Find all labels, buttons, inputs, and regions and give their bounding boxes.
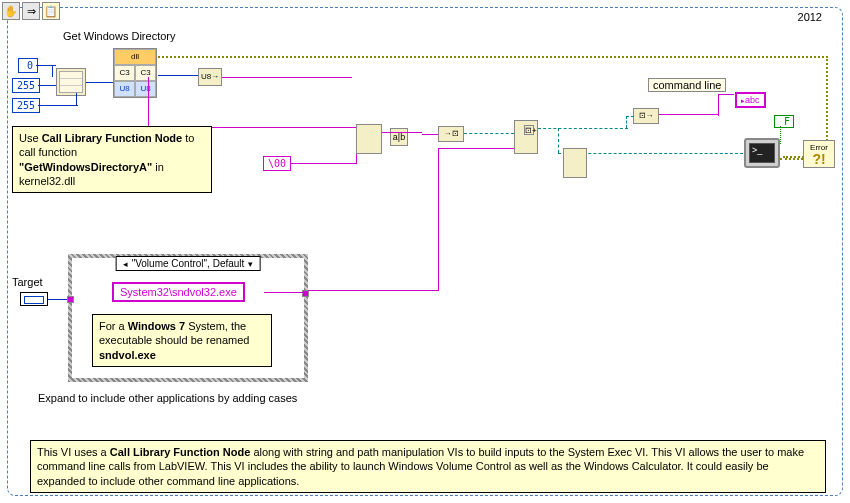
wire-error	[780, 158, 803, 160]
error-out-indicator[interactable]: Error ?!	[803, 140, 835, 168]
wire	[718, 94, 719, 116]
case-prev-icon[interactable]: ◂	[121, 259, 130, 269]
string-to-path-node[interactable]: →⊡	[438, 126, 464, 142]
cln-param: U8	[135, 81, 156, 97]
cln-param: C3	[135, 65, 156, 81]
numeric-constant-zero[interactable]: 0	[18, 58, 38, 73]
wire	[222, 77, 352, 78]
command-line-label: command line	[648, 78, 726, 92]
wire	[308, 290, 438, 291]
cln-header: dll	[114, 49, 156, 65]
wire	[148, 77, 149, 127]
error-glyph-icon: ?!	[812, 152, 825, 166]
arrow-tool-icon[interactable]: ⇒	[22, 2, 40, 20]
wire	[52, 65, 53, 77]
wire	[36, 65, 56, 66]
initialize-array-node[interactable]	[56, 68, 86, 96]
case-selector[interactable]: ◂ "Volume Control", Default ▾	[116, 256, 261, 271]
wire	[38, 85, 56, 86]
wire	[86, 82, 113, 83]
wire-path	[626, 116, 634, 117]
expand-note-label: Expand to include other applications by …	[38, 392, 297, 404]
probe-tool-icon[interactable]: 📋	[42, 2, 60, 20]
note-footer: This VI uses a Call Library Function Nod…	[30, 440, 826, 493]
numeric-constant-255b[interactable]: 255	[12, 98, 40, 113]
wire	[718, 94, 734, 95]
wire	[659, 114, 719, 115]
target-label: Target	[12, 276, 43, 288]
wire-path	[558, 128, 559, 153]
path-to-string-node[interactable]: ⊡→	[633, 108, 659, 124]
case-selector-text: "Volume Control", Default	[132, 258, 245, 269]
indicator-text: abc	[745, 95, 760, 105]
string-constant-null[interactable]: \00	[263, 156, 291, 171]
wire	[76, 93, 77, 105]
wire	[438, 148, 514, 149]
system-exec-node[interactable]	[744, 138, 780, 168]
terminal-icon	[749, 143, 775, 163]
wire	[264, 292, 308, 293]
case-input-tunnel	[67, 296, 74, 303]
labview-version-label: 2012	[798, 11, 822, 23]
numeric-constant-255a[interactable]: 255	[12, 78, 40, 93]
wire	[158, 75, 198, 76]
wire-bool	[780, 126, 781, 144]
command-line-indicator[interactable]: ▸abc	[735, 92, 766, 108]
target-control-terminal[interactable]	[20, 292, 48, 306]
wire-path	[464, 133, 514, 134]
build-path-icon: ⊡+	[524, 125, 534, 135]
wire-path	[538, 128, 628, 129]
wire-error	[158, 56, 828, 58]
wire	[38, 105, 78, 106]
case-next-icon[interactable]: ▾	[246, 259, 255, 269]
note-kernel32: Use Call Library Function Node to call f…	[12, 126, 212, 193]
string-constant-sndvol[interactable]: System32\sndvol32.exe	[112, 282, 245, 302]
tool-palette: ✋ ⇒ 📋	[2, 2, 60, 20]
cln-param: U8	[114, 81, 135, 97]
concat-strings-node[interactable]	[563, 148, 587, 178]
wire	[48, 299, 68, 300]
wire-path	[626, 116, 627, 128]
byte-array-to-string-node[interactable]: U8→	[198, 68, 222, 86]
call-library-function-node[interactable]: dll C3 C3 U8 U8	[113, 48, 157, 98]
wire	[291, 163, 356, 164]
block-diagram-frame: 2012 Get Windows Directory 0 255 255 dll…	[7, 7, 843, 496]
wire	[382, 132, 422, 133]
hand-tool-icon[interactable]: ✋	[2, 2, 20, 20]
case-structure[interactable]: ◂ "Volume Control", Default ▾ System32\s…	[68, 254, 308, 382]
boolean-constant-false[interactable]: F	[774, 115, 794, 128]
wire	[438, 148, 439, 291]
section-label-getwindir: Get Windows Directory	[63, 30, 175, 42]
note-win7: For a Windows 7 System, the executable s…	[92, 314, 272, 367]
cln-param: C3	[114, 65, 135, 81]
wire	[422, 134, 438, 135]
string-subset-node[interactable]: a|b	[390, 128, 408, 146]
search-split-string-node[interactable]	[356, 124, 382, 154]
